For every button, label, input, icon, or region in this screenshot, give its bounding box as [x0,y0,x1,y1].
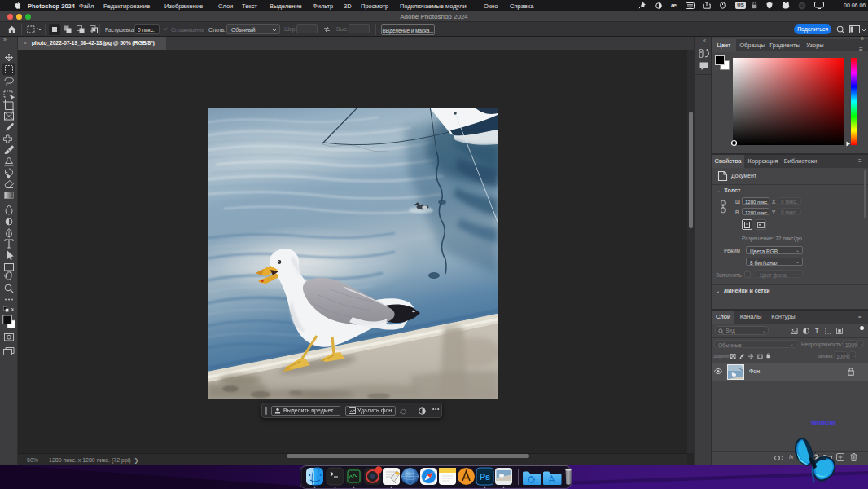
svg-text:Ps: Ps [480,472,490,482]
